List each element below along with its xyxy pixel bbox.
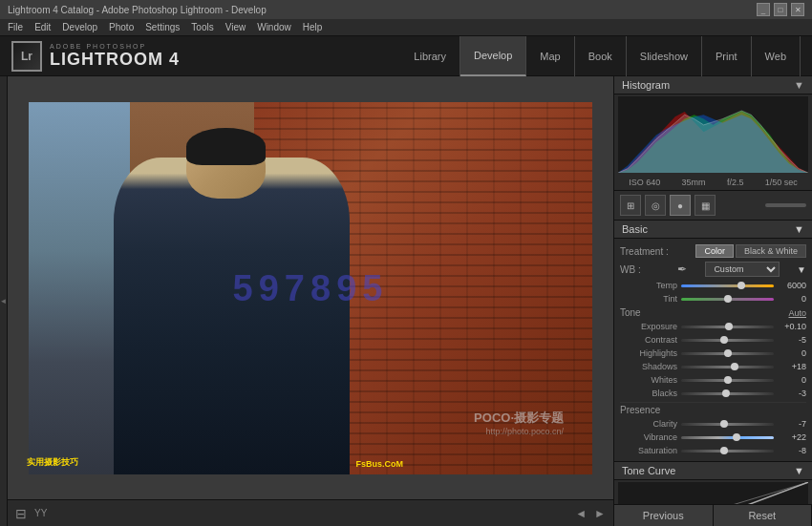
highlights-thumb[interactable] [724, 349, 732, 357]
nav-arrow-left[interactable]: ◄ [575, 507, 587, 520]
saturation-track[interactable] [681, 450, 774, 452]
left-panel: ◄ [0, 76, 8, 526]
tone-curve-header[interactable]: Tone Curve ▼ [614, 461, 812, 480]
close-button[interactable]: ✕ [791, 3, 804, 16]
menu-tools[interactable]: Tools [191, 22, 213, 32]
temp-label: Temp [620, 281, 677, 290]
vibrance-track[interactable] [681, 436, 774, 439]
tone-label: Tone [620, 307, 641, 318]
clarity-thumb[interactable] [720, 420, 728, 428]
tone-curve-label: Tone Curve [622, 465, 675, 476]
tab-web[interactable]: Web [752, 36, 801, 76]
treatment-label: Treatment : [620, 246, 669, 257]
tab-library[interactable]: Library [400, 36, 460, 76]
window-controls[interactable]: _ □ ✕ [757, 3, 804, 16]
tools-row: ⊞ ◎ ● ▦ [614, 191, 812, 221]
histogram-toggle[interactable]: ▼ [794, 79, 804, 91]
tab-map[interactable]: Map [526, 36, 574, 76]
tool-crop[interactable]: ⊞ [620, 195, 641, 216]
menu-edit[interactable]: Edit [34, 22, 51, 32]
saturation-thumb[interactable] [720, 447, 728, 454]
highlights-label: Highlights [620, 348, 677, 358]
camera-shutter: 1/50 sec [765, 178, 798, 187]
vibrance-label: Vibrance [620, 432, 677, 442]
menu-bar: File Edit Develop Photo Settings Tools V… [0, 19, 812, 36]
shadows-thumb[interactable] [731, 363, 738, 370]
exposure-track[interactable] [681, 326, 774, 328]
menu-file[interactable]: File [8, 22, 23, 32]
whites-track[interactable] [681, 379, 774, 382]
tint-thumb[interactable] [724, 295, 732, 303]
wb-label: WB : [620, 264, 658, 275]
zoom-label: YY [34, 508, 47, 518]
shadows-track[interactable] [681, 366, 774, 368]
logo-icon-text: Lr [21, 50, 32, 63]
tab-print[interactable]: Print [702, 36, 752, 76]
tab-slideshow[interactable]: Slideshow [627, 36, 702, 76]
exposure-thumb[interactable] [725, 323, 733, 330]
treatment-color-btn[interactable]: Color [695, 244, 734, 258]
tint-label: Tint [620, 294, 677, 304]
basic-label: Basic [622, 223, 648, 235]
clarity-value: -7 [778, 419, 806, 429]
blacks-value: -3 [778, 389, 806, 398]
reset-button[interactable]: Reset [714, 505, 813, 526]
temp-thumb[interactable] [737, 282, 745, 289]
menu-develop[interactable]: Develop [62, 22, 97, 32]
tint-track[interactable] [681, 298, 774, 301]
tool-slider[interactable] [765, 203, 807, 207]
highlights-row: Highlights 0 [620, 347, 806, 360]
bottom-buttons: Previous Reset [614, 504, 812, 526]
temp-track[interactable] [681, 284, 774, 287]
tone-curve-display [618, 482, 808, 504]
minimize-button[interactable]: _ [757, 3, 770, 16]
header: Lr ADOBE PHOTOSHOP LIGHTROOM 4 Library D… [0, 36, 812, 76]
basic-section-header[interactable]: Basic ▼ [614, 221, 812, 239]
eyedropper-icon[interactable]: ✒ [675, 263, 689, 276]
shadows-row: Shadows +18 [620, 360, 806, 373]
tab-book[interactable]: Book [575, 36, 627, 76]
treatment-bw-btn[interactable]: Black & White [736, 244, 806, 258]
tool-redeye[interactable]: ● [670, 195, 691, 216]
maximize-button[interactable]: □ [774, 3, 787, 16]
whites-value: 0 [778, 375, 806, 385]
contrast-thumb[interactable] [720, 336, 728, 344]
basic-toggle: ▼ [794, 223, 804, 235]
tint-value: 0 [778, 294, 806, 304]
vibrance-thumb[interactable] [733, 433, 740, 441]
wb-selector[interactable]: Custom As Shot Auto Daylight Cloudy Shad… [705, 262, 780, 277]
content-area: 597895 POCO·摄影专题 http://photo.poco.cn/ 实… [8, 76, 613, 526]
contrast-row: Contrast -5 [620, 333, 806, 347]
contrast-track[interactable] [681, 339, 774, 342]
treatment-row: Treatment : Color Black & White [620, 242, 806, 260]
exposure-value: +0.10 [778, 322, 806, 331]
logo-icon: Lr [11, 41, 42, 72]
exposure-row: Exposure +0.10 [620, 320, 806, 333]
tool-grad[interactable]: ▦ [694, 195, 716, 216]
tool-spot[interactable]: ◎ [645, 195, 666, 216]
nav-arrow-right[interactable]: ► [594, 507, 606, 520]
main-area: ◄ [0, 76, 812, 526]
tint-slider-row: Tint 0 [620, 292, 806, 305]
tab-develop[interactable]: Develop [460, 36, 526, 76]
whites-row: Whites 0 [620, 373, 806, 387]
blacks-track[interactable] [681, 392, 774, 395]
auto-button[interactable]: Auto [788, 308, 806, 318]
right-panel-scroll[interactable]: Basic ▼ Treatment : Color Black & White … [614, 221, 812, 504]
blacks-thumb[interactable] [722, 389, 730, 397]
camera-aperture: f/2.5 [727, 178, 744, 187]
menu-photo[interactable]: Photo [109, 22, 134, 32]
menu-window[interactable]: Window [257, 22, 291, 32]
photo-display: 597895 POCO·摄影专题 http://photo.poco.cn/ [29, 102, 592, 474]
whites-thumb[interactable] [724, 376, 732, 384]
menu-help[interactable]: Help [303, 22, 323, 32]
highlights-track[interactable] [681, 352, 774, 355]
menu-view[interactable]: View [225, 22, 246, 32]
menu-settings[interactable]: Settings [145, 22, 180, 32]
previous-button[interactable]: Previous [614, 505, 714, 526]
clarity-track[interactable] [681, 423, 774, 426]
histogram-header[interactable]: Histogram ▼ [614, 76, 812, 95]
right-panel: Histogram ▼ ISO 640 35mm f/2.5 1/50 sec [613, 76, 812, 526]
title-bar: Lightroom 4 Catalog - Adobe Photoshop Li… [0, 0, 812, 19]
zoom-icon[interactable]: ⊟ [15, 506, 27, 521]
